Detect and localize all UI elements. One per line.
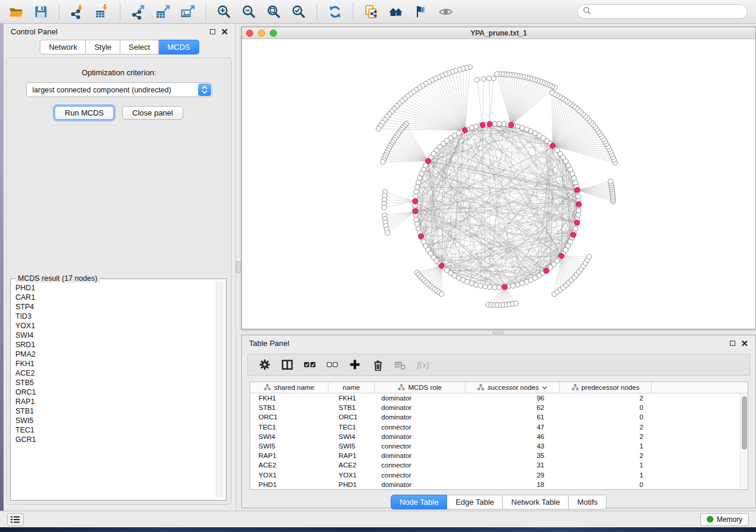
export-table-icon[interactable] xyxy=(153,2,173,21)
mcds-result-item[interactable]: STP4 xyxy=(15,302,215,312)
table-row-RAP1[interactable]: RAP1RAP1dominator352 xyxy=(250,451,748,460)
tab-edge-table[interactable]: Edge Table xyxy=(447,495,503,509)
table-row-YOX1[interactable]: YOX1YOX1connector291 xyxy=(250,470,748,480)
select-all-rows-icon[interactable] xyxy=(299,359,321,371)
criterion-select[interactable]: largest connected component (undirected) xyxy=(26,82,212,97)
table-settings-icon[interactable] xyxy=(254,359,276,371)
control-panel-close-icon[interactable]: ✕ xyxy=(221,27,228,36)
horizontal-splitter-handle[interactable] xyxy=(493,330,503,334)
cell[interactable]: 35 xyxy=(465,451,560,460)
cell[interactable]: FKH1 xyxy=(328,393,375,403)
mcds-result-item[interactable]: CAR1 xyxy=(15,293,215,302)
deselect-all-rows-icon[interactable] xyxy=(321,359,344,371)
cell[interactable]: 2 xyxy=(560,422,652,432)
cell[interactable]: RAP1 xyxy=(328,451,375,460)
cell[interactable]: connector xyxy=(375,460,465,470)
cell[interactable]: dominator xyxy=(375,403,465,412)
mcds-result-item[interactable]: PMA2 xyxy=(15,350,215,359)
mcds-list-scrollbar[interactable] xyxy=(216,281,224,498)
cell[interactable]: dominator xyxy=(375,480,465,489)
tab-motifs[interactable]: Motifs xyxy=(569,495,607,509)
mcds-result-item[interactable]: SWI4 xyxy=(15,331,215,340)
search-box[interactable] xyxy=(577,4,748,19)
column-header-successor-nodes[interactable]: successor nodes xyxy=(465,382,560,393)
task-history-button[interactable] xyxy=(7,513,24,526)
zoom-fit-icon[interactable] xyxy=(264,2,284,21)
tab-mcds[interactable]: MCDS xyxy=(159,40,199,55)
mcds-result-item[interactable]: SRD1 xyxy=(15,340,215,350)
mcds-result-item[interactable]: PHD1 xyxy=(15,283,215,293)
delete-column-icon[interactable] xyxy=(366,359,389,371)
cell[interactable]: SWI5 xyxy=(328,441,375,451)
cell[interactable]: dominator xyxy=(375,432,465,441)
tab-style[interactable]: Style xyxy=(86,40,120,55)
cell[interactable]: 47 xyxy=(465,422,560,432)
table-row-STB1[interactable]: STB1STB1dominator620 xyxy=(250,403,748,412)
mcds-result-item[interactable]: ORC1 xyxy=(15,387,215,397)
cell[interactable]: TEC1 xyxy=(250,422,328,432)
import-network-icon[interactable] xyxy=(67,2,87,21)
cell[interactable]: ORC1 xyxy=(250,412,328,422)
table-row-SWI5[interactable]: SWI5SWI5connector431 xyxy=(250,441,748,451)
save-session-icon[interactable] xyxy=(31,2,51,21)
cell[interactable]: 0 xyxy=(560,403,652,412)
mcds-result-item[interactable]: ACE2 xyxy=(15,368,215,378)
cell[interactable]: 96 xyxy=(465,393,560,403)
column-header-shared-name[interactable]: shared name xyxy=(250,382,328,393)
window-minimize-icon[interactable] xyxy=(258,30,265,37)
import-table-icon[interactable] xyxy=(92,2,112,21)
cell[interactable]: connector xyxy=(375,422,465,432)
column-header-name[interactable]: name xyxy=(328,382,375,393)
cell[interactable]: FKH1 xyxy=(250,393,328,403)
add-column-icon[interactable] xyxy=(344,359,366,371)
cell[interactable]: YOX1 xyxy=(328,470,375,480)
cell[interactable]: 2 xyxy=(560,432,652,441)
mcds-result-item[interactable]: STB1 xyxy=(15,406,215,416)
open-session-icon[interactable] xyxy=(6,2,26,21)
cell[interactable]: connector xyxy=(375,441,465,451)
network-window-titlebar[interactable]: YPA_prune.txt_1 xyxy=(242,27,755,39)
cell[interactable]: SWI4 xyxy=(328,432,375,441)
show-graphics-details-icon[interactable] xyxy=(436,2,456,21)
cell[interactable]: dominator xyxy=(375,412,465,422)
mcds-result-item[interactable]: TID3 xyxy=(15,312,215,321)
window-zoom-icon[interactable] xyxy=(270,30,277,37)
cell[interactable]: STB1 xyxy=(250,403,328,412)
export-network-icon[interactable] xyxy=(128,2,148,21)
cell[interactable]: 43 xyxy=(465,441,560,451)
cell[interactable]: 29 xyxy=(465,470,560,480)
table-row-ACE2[interactable]: ACE2ACE2connector311 xyxy=(250,460,748,470)
network-canvas[interactable] xyxy=(242,39,755,329)
cell[interactable]: YOX1 xyxy=(250,470,328,480)
cell[interactable]: SWI4 xyxy=(250,432,328,441)
cell[interactable]: 46 xyxy=(465,432,560,441)
mcds-result-item[interactable]: STB5 xyxy=(15,378,215,387)
table-scrollbar[interactable] xyxy=(740,393,748,489)
cell[interactable]: 31 xyxy=(465,460,560,470)
share-document-icon[interactable] xyxy=(361,2,381,21)
cell[interactable]: 2 xyxy=(560,393,652,403)
cell[interactable]: 0 xyxy=(560,480,652,489)
cell[interactable]: 18 xyxy=(465,480,560,489)
show-columns-icon[interactable] xyxy=(276,359,299,371)
mcds-result-item[interactable]: FKH1 xyxy=(15,359,215,368)
memory-button[interactable]: Memory xyxy=(700,513,749,526)
cell[interactable]: 2 xyxy=(560,451,652,460)
table-scrollbar-thumb[interactable] xyxy=(742,396,747,450)
table-panel-float-icon[interactable] xyxy=(730,341,735,346)
run-mcds-button[interactable]: Run MCDS xyxy=(55,106,114,120)
tab-network-table[interactable]: Network Table xyxy=(503,495,569,509)
hide-graphics-details-icon[interactable] xyxy=(411,2,431,21)
tab-network[interactable]: Network xyxy=(40,40,86,55)
mcds-result-item[interactable]: YOX1 xyxy=(15,321,215,331)
cell[interactable]: ORC1 xyxy=(328,412,375,422)
refresh-icon[interactable] xyxy=(325,2,345,21)
cell[interactable]: RAP1 xyxy=(250,451,328,460)
cell[interactable]: dominator xyxy=(375,393,465,403)
mcds-result-item[interactable]: GCR1 xyxy=(15,435,215,444)
search-input[interactable] xyxy=(594,8,742,16)
cell[interactable]: STB1 xyxy=(328,403,375,412)
cell[interactable]: TEC1 xyxy=(328,422,375,432)
close-panel-button[interactable]: Close panel xyxy=(122,106,183,120)
mcds-result-item[interactable]: TEC1 xyxy=(15,425,215,435)
